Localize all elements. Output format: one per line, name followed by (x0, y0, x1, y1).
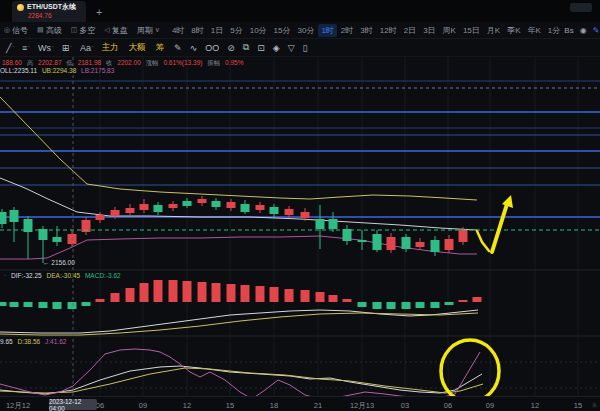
timeframe-月K[interactable]: 月K (484, 24, 503, 37)
chevron-down-icon: ˇ (28, 45, 30, 51)
time-axis[interactable]: 12月1206091215182112月130306091215 2023-12… (0, 396, 600, 411)
axis-tick-label: 12 (531, 401, 539, 410)
timeframe-1时[interactable]: 1时 (318, 24, 336, 37)
tool-chips[interactable]: 筹 (156, 42, 165, 54)
candle-body (183, 201, 192, 206)
trash-tool[interactable]: ▯ (303, 43, 308, 53)
camera-icon[interactable]: ◉ (580, 26, 587, 35)
axis-tick-label: 21 (314, 401, 322, 410)
window-control[interactable] (570, 3, 592, 12)
tool-large-orders[interactable]: 大额 (129, 42, 146, 54)
shape-tool[interactable]: ◈ (273, 43, 280, 53)
tool-main-force[interactable]: 主力 (102, 42, 119, 54)
axis-tick-label: 06 (444, 401, 452, 410)
up-arrow-annotation (492, 204, 507, 252)
candle-body (416, 242, 425, 247)
text-tool[interactable]: Aaˇ (80, 43, 94, 53)
pattern-tool[interactable]: ⊞ˇ (62, 43, 72, 53)
candle-body (169, 204, 178, 208)
timeframe-15分[interactable]: 15分 (271, 24, 294, 37)
candle-body (111, 210, 120, 216)
timeframe-周K[interactable]: 周K (440, 24, 459, 37)
timeframe-1分[interactable]: 1分 (545, 24, 563, 37)
timeframe-3时[interactable]: 3时 (357, 24, 375, 37)
macd-histogram-bar (301, 290, 310, 302)
macd-histogram-bar (183, 281, 192, 302)
measure-tool[interactable]: OO (205, 43, 219, 53)
timeframe-10分[interactable]: 10分 (247, 24, 270, 37)
chart-svg: ← 2156.00 (0, 57, 600, 411)
macd-histogram-bar (53, 302, 62, 309)
signal-icon: ◎ (4, 26, 10, 34)
fib-tool-icon: ≡ (22, 43, 27, 53)
macd-histogram-bar (316, 292, 325, 302)
copy-tool[interactable]: ⧉ (243, 42, 249, 53)
timeframe-15日[interactable]: 15日 (460, 24, 483, 37)
fib-tool[interactable]: ≡ˇ (22, 43, 30, 53)
candle-body (445, 239, 454, 250)
chart-canvas[interactable]: ← 2156.00 188.60 高 2202.87 低 2181.98 收 2… (0, 57, 600, 411)
candle-body (154, 205, 163, 212)
chevron-down-icon: ˇ (92, 45, 94, 51)
macd-histogram-bar (212, 283, 221, 302)
macd-dea-line (0, 313, 478, 335)
new-tab-button[interactable]: + (96, 6, 102, 18)
axis-tick-label: 15 (226, 401, 234, 410)
toolbar-item-signal[interactable]: ◎信号 (4, 25, 28, 36)
timeframe-4时[interactable]: 4时 (169, 24, 187, 37)
macd-histogram-bar (343, 299, 352, 302)
candle-body (431, 240, 440, 252)
brush-tool[interactable]: ∿ (190, 43, 198, 53)
toolbar-item-advanced[interactable]: ▤高级 (37, 25, 62, 36)
chevron-down-icon: ∨ (155, 26, 160, 34)
timeframe-季K[interactable]: 季K (504, 24, 523, 37)
snapshot-tool[interactable]: ⊡ (257, 43, 265, 53)
candle-body (285, 209, 294, 215)
symbol-tab[interactable]: ETH/USDT永续 2284.76 (12, 1, 86, 22)
candle-body (301, 212, 310, 218)
timeframe-2日[interactable]: 2日 (401, 24, 419, 37)
macd-histogram-bar (39, 302, 48, 308)
bs-toggle[interactable]: Bs (564, 26, 573, 35)
timeframe-12时[interactable]: 12时 (377, 24, 400, 37)
candle-body (227, 202, 236, 208)
toolbar-label: 多空 (79, 25, 95, 36)
timeframe-2时[interactable]: 2时 (338, 24, 356, 37)
candle-body (402, 237, 411, 249)
candle-body (343, 229, 352, 241)
symbol-name: ETH/USDT永续 (27, 3, 76, 11)
timeframe-1日[interactable]: 1日 (208, 24, 226, 37)
macd-histogram-bar (24, 302, 33, 307)
pencil-tool[interactable]: ✎ (174, 43, 182, 53)
timeframe-年K[interactable]: 年K (525, 24, 544, 37)
timeframe-30分[interactable]: 30分 (295, 24, 318, 37)
trendline-tool[interactable]: ╱ˇ (6, 43, 14, 53)
kdj-k-line (0, 366, 482, 394)
brush-stroke-annotation (477, 231, 489, 251)
top-toolbar: ◎信号▤高级◫多空◁复盘周期∨ 4时8时1日5分10分15分30分1时2时3时1… (0, 22, 600, 39)
toolbar-item-long-short[interactable]: ◫多空 (71, 25, 96, 36)
wave-tool[interactable]: Wsˇ (38, 43, 54, 53)
edit-icon[interactable]: ✎ (593, 26, 600, 35)
toolbar-label: 高级 (46, 25, 62, 36)
filter-tool[interactable]: ▽ (288, 43, 295, 53)
macd-histogram-bar (459, 300, 468, 302)
toolbar-item-replay[interactable]: ◁复盘 (104, 25, 127, 36)
toolbar-label: 信号 (12, 25, 28, 36)
chevron-down-icon: ˇ (12, 45, 14, 51)
candle-body (316, 219, 325, 229)
timeframe-5分[interactable]: 5分 (227, 24, 245, 37)
macd-histogram-bar (111, 293, 120, 302)
macd-histogram-bar (402, 302, 411, 309)
crosshair-time-label: 2023-12-12 04:00 (49, 399, 97, 410)
replay-icon: ◁ (104, 26, 109, 34)
candle-body (256, 205, 265, 210)
timeframe-3日[interactable]: 3日 (420, 24, 438, 37)
macd-histogram-bar (169, 280, 178, 302)
macd-histogram-bar (358, 302, 367, 307)
axis-tick-label: 09 (486, 401, 494, 410)
toolbar-item-period[interactable]: 周期∨ (137, 25, 160, 36)
timeframe-8时[interactable]: 8时 (188, 24, 206, 37)
candle-body (126, 208, 135, 213)
lock-tool[interactable]: ⊘ (227, 43, 235, 53)
